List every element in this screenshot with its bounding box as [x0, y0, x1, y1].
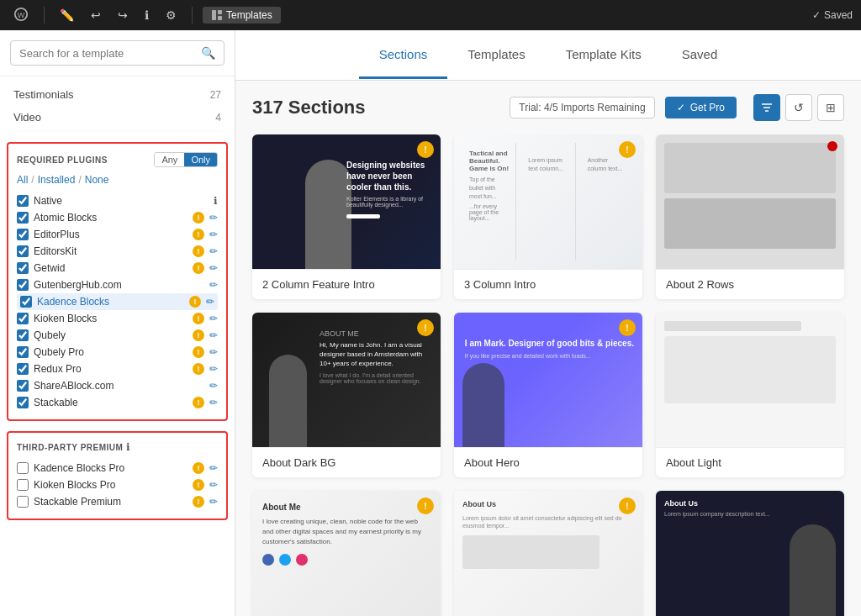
edit-icon[interactable]: ✏: [209, 346, 218, 358]
plugin-item-gutenberghub: GutenbergHub.com ✏: [17, 276, 218, 293]
plugin-shareAblock-checkbox[interactable]: [17, 380, 29, 392]
tab-saved[interactable]: Saved: [662, 32, 738, 79]
plugin-native-checkbox[interactable]: [17, 195, 29, 207]
main-content: Sections Templates Template Kits Saved 3…: [235, 30, 861, 616]
card-preview-3col: ! Tactical and Beautiful. Game is On! To…: [454, 134, 642, 269]
plugin-stackable-premium-name: Stackable Premium: [34, 496, 188, 508]
plugin-kadence-pro-checkbox[interactable]: [17, 462, 29, 474]
card-about-2-rows[interactable]: About 2 Rows: [656, 134, 844, 299]
plugin-kioken-pro-checkbox[interactable]: [17, 479, 29, 491]
edit-icon[interactable]: ✏: [209, 229, 218, 240]
card-about-hero[interactable]: ! I am Mark. Designer of good bits & pie…: [454, 313, 642, 477]
plugin-item-kioken-pro: Kioken Blocks Pro ! ✏: [17, 476, 218, 493]
info-icon[interactable]: ℹ: [214, 195, 218, 207]
card-about-dark-bg[interactable]: ! ABOUT ME Hi, My name is John. I am a v…: [252, 313, 441, 477]
edit-pencil-button[interactable]: ✏️: [55, 5, 79, 25]
plugin-getwid-checkbox[interactable]: [17, 262, 29, 274]
plugin-item-editorskit: EditorsKit ! ✏: [17, 243, 218, 260]
card-label-about-light: About Light: [656, 447, 844, 477]
card-preview-about-me: ! About Me I love creating unique, clean…: [252, 491, 441, 616]
edit-icon[interactable]: ✏: [209, 262, 218, 274]
warn-icon: !: [193, 363, 204, 375]
card-preview-about-light: [656, 313, 844, 447]
plugin-qubely-name: Qubely: [34, 329, 188, 341]
plugin-item-editorplus: EditorPlus ! ✏: [17, 226, 218, 243]
undo-button[interactable]: ↩: [86, 5, 106, 25]
testimonials-label: Testimonials: [13, 88, 74, 101]
search-box: 🔍: [0, 30, 235, 76]
sidebar-item-testimonials[interactable]: Testimonials 27: [0, 83, 235, 106]
plugin-editorskit-checkbox[interactable]: [17, 245, 29, 257]
plugin-redux-pro-checkbox[interactable]: [17, 363, 29, 375]
plugin-kioken-pro-name: Kioken Blocks Pro: [34, 479, 188, 491]
search-input-wrap[interactable]: 🔍: [10, 40, 224, 66]
get-pro-label: Get Pro: [690, 102, 725, 113]
plugin-kioken-blocks-checkbox[interactable]: [17, 313, 29, 324]
reset-icon-button[interactable]: ↺: [785, 94, 812, 121]
filter-links: All / Installed / None: [17, 174, 218, 186]
edit-icon[interactable]: ✏: [209, 462, 218, 474]
edit-icon[interactable]: ✏: [209, 363, 218, 375]
card-preview-2col: ! Designing websites have never been coo…: [252, 134, 441, 269]
required-plugins-section: REQUIRED PLUGINS Any Only All / Installe…: [7, 142, 228, 421]
get-pro-badge[interactable]: ✓ Get Pro: [665, 97, 737, 118]
plugin-qubely-pro-checkbox[interactable]: [17, 346, 29, 358]
svg-text:W: W: [18, 10, 25, 18]
plugin-item-redux-pro: Redux Pro ! ✏: [17, 361, 218, 377]
plugin-gutenberghub-checkbox[interactable]: [17, 279, 29, 291]
sidebar-item-video[interactable]: Video 4: [0, 106, 235, 129]
warn-badge: !: [619, 498, 636, 514]
tab-template-kits[interactable]: Template Kits: [546, 32, 662, 79]
toggle-any-button[interactable]: Any: [155, 153, 184, 166]
tools-button[interactable]: ⚙: [161, 5, 182, 25]
toggle-only-button[interactable]: Only: [184, 153, 217, 166]
redo-button[interactable]: ↪: [113, 5, 133, 25]
edit-icon[interactable]: ✏: [209, 496, 218, 508]
card-about-light[interactable]: About Light: [656, 313, 844, 477]
edit-icon[interactable]: ✏: [209, 329, 218, 341]
card-preview-about-us-2: About Us Lorem ipsum company description…: [656, 491, 844, 616]
grid-icon-button[interactable]: ⊞: [817, 94, 844, 121]
warn-icon: !: [193, 212, 204, 224]
card-preview-about-hero: ! I am Mark. Designer of good bits & pie…: [454, 313, 642, 447]
filter-none-link[interactable]: None: [85, 174, 109, 186]
card-2col-feature-intro[interactable]: ! Designing websites have never been coo…: [252, 134, 441, 299]
info-icon[interactable]: ℹ: [126, 441, 130, 453]
plugin-stackable-name: Stackable: [34, 397, 188, 408]
plugin-stackable-premium-checkbox[interactable]: [17, 496, 29, 508]
warn-icon: !: [193, 245, 204, 257]
filter-installed-link[interactable]: Installed: [38, 174, 76, 186]
edit-icon[interactable]: ✏: [209, 397, 218, 408]
info-button[interactable]: ℹ: [140, 5, 154, 25]
card-label-about-dark: About Dark BG: [252, 447, 441, 477]
plugin-stackable-checkbox[interactable]: [17, 397, 29, 408]
card-3col-intro[interactable]: ! Tactical and Beautiful. Game is On! To…: [454, 134, 642, 299]
tab-sections[interactable]: Sections: [359, 32, 448, 79]
filter-icon-button[interactable]: [753, 94, 780, 121]
card-about-us-2[interactable]: About Us Lorem ipsum company description…: [656, 491, 844, 616]
warn-icon: !: [193, 262, 204, 274]
plugin-atomic-blocks-checkbox[interactable]: [17, 212, 29, 224]
plugin-shareAblock-name: ShareABlock.com: [34, 380, 204, 392]
edit-icon[interactable]: ✏: [209, 212, 218, 224]
filter-all-link[interactable]: All: [17, 174, 28, 186]
card-about-me[interactable]: ! About Me I love creating unique, clean…: [252, 491, 441, 616]
plugin-kadence-blocks-checkbox[interactable]: [20, 296, 32, 308]
edit-icon[interactable]: ✏: [209, 380, 218, 392]
plugin-editorplus-checkbox[interactable]: [17, 229, 29, 240]
edit-icon[interactable]: ✏: [209, 279, 218, 291]
edit-icon[interactable]: ✏: [209, 313, 218, 324]
edit-icon[interactable]: ✏: [206, 296, 214, 308]
card-label-about-2rows: About 2 Rows: [656, 269, 844, 299]
edit-icon[interactable]: ✏: [209, 245, 218, 257]
plugin-item-kadence-pro: Kadence Blocks Pro ! ✏: [17, 460, 218, 476]
tab-templates[interactable]: Templates: [447, 32, 545, 79]
plugin-item-shareAblock: ShareABlock.com ✏: [17, 377, 218, 394]
wp-icon-button[interactable]: W: [8, 3, 34, 28]
search-input[interactable]: [19, 47, 201, 60]
plugin-qubely-checkbox[interactable]: [17, 329, 29, 341]
edit-icon[interactable]: ✏: [209, 479, 218, 491]
saved-text: Saved: [824, 9, 853, 21]
testimonials-count: 27: [210, 89, 221, 101]
card-about-us-1[interactable]: ! About Us Lorem ipsum dolor sit amet co…: [454, 491, 642, 616]
